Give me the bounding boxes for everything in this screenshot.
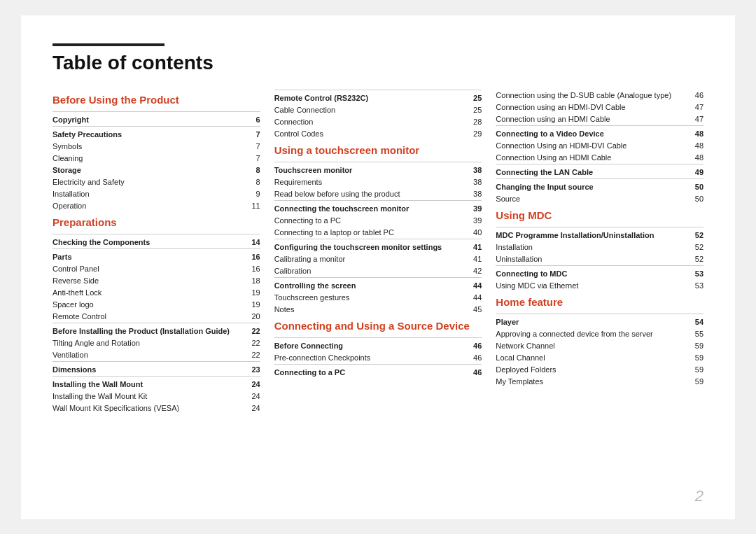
table-row: Storage8	[52, 164, 260, 176]
entry-page: 19	[246, 287, 260, 299]
section-heading: Home feature	[496, 296, 704, 308]
entry-page: 23	[246, 362, 260, 377]
table-row: Dimensions23	[52, 362, 260, 377]
entry-label: Ventilation	[52, 349, 246, 362]
table-row: Connecting to a laptop or tablet PC40	[274, 227, 482, 239]
col-1: Before Using the ProductCopyright6Safety…	[52, 90, 274, 498]
entry-label: Read below before using the product	[274, 188, 468, 201]
entry-page: 44	[468, 278, 482, 293]
entry-page: 41	[468, 239, 482, 253]
entry-page: 59	[690, 364, 704, 376]
entry-page: 7	[246, 153, 260, 164]
table-row: Touchscreen monitor38	[274, 162, 482, 176]
table-row: Remote Control20	[52, 311, 260, 323]
table-row: Connecting the LAN Cable49	[496, 164, 704, 178]
entry-label: Safety Precautions	[52, 126, 246, 141]
table-row: Connection using the D-SUB cable (Analog…	[496, 90, 704, 101]
toc-table: Connection using the D-SUB cable (Analog…	[496, 90, 704, 205]
entry-label: Notes	[274, 304, 468, 316]
toc-table: Player54Approving a connected device fro…	[496, 314, 704, 388]
table-row: Connection using an HDMI Cable47	[496, 113, 704, 126]
entry-label: Remote Control (RS232C)	[274, 90, 468, 104]
table-row: Before Connecting46	[274, 338, 482, 353]
entry-label: Wall Mount Kit Specifications (VESA)	[52, 402, 246, 414]
table-row: Connection Using an HDMI-DVI Cable48	[496, 140, 704, 152]
entry-label: Local Channel	[496, 352, 690, 364]
entry-label: Installation	[52, 188, 246, 200]
title-bar	[52, 43, 164, 46]
entry-page: 28	[468, 116, 482, 128]
table-row: Configuring the touchscreen monitor sett…	[274, 239, 482, 253]
entry-page: 48	[690, 152, 704, 164]
entry-label: Remote Control	[52, 311, 246, 323]
table-row: Calibration42	[274, 265, 482, 278]
page: Table of contents Before Using the Produ…	[21, 15, 735, 519]
entry-page: 22	[246, 337, 260, 349]
entry-label: Symbols	[52, 141, 246, 153]
entry-label: Cable Connection	[274, 104, 468, 116]
entry-label: Connection Using an HDMI-DVI Cable	[496, 140, 690, 152]
table-row: MDC Programme Installation/Uninstallatio…	[496, 227, 704, 241]
entry-page: 59	[690, 340, 704, 352]
table-row: Touchscreen gestures44	[274, 292, 482, 304]
table-row: Operation11	[52, 200, 260, 212]
entry-label: Changing the Input source	[496, 178, 690, 193]
entry-page: 19	[246, 299, 260, 311]
entry-page: 40	[468, 227, 482, 239]
entry-page: 46	[690, 90, 704, 101]
entry-label: Installing the Wall Mount Kit	[52, 391, 246, 402]
section-heading: Connecting and Using a Source Device	[274, 320, 482, 332]
toc-table: MDC Programme Installation/Uninstallatio…	[496, 227, 704, 292]
entry-page: 52	[690, 227, 704, 241]
entry-page: 46	[468, 338, 482, 353]
title-section: Table of contents	[52, 43, 704, 74]
entry-page: 38	[468, 162, 482, 176]
entry-page: 50	[690, 178, 704, 193]
entry-label: Connecting to a laptop or tablet PC	[274, 227, 468, 239]
table-row: Connecting to MDC53	[496, 266, 704, 281]
entry-page: 47	[690, 101, 704, 113]
table-row: Copyright6	[52, 111, 260, 126]
entry-label: Storage	[52, 164, 246, 176]
table-row: Installation9	[52, 188, 260, 200]
toc-table: Touchscreen monitor38Requirements38Read …	[274, 162, 482, 316]
entry-label: Installation	[496, 241, 690, 253]
toc-table: Checking the Components14Parts16Control …	[52, 234, 260, 415]
section-heading: Preparations	[52, 216, 260, 228]
entry-label: Using MDC via Ethernet	[496, 280, 690, 292]
table-row: Pre-connection Checkpoints46	[274, 352, 482, 365]
entry-label: Control Codes	[274, 128, 468, 140]
table-row: Electricity and Safety8	[52, 176, 260, 188]
table-row: My Templates59	[496, 376, 704, 388]
entry-page: 7	[246, 126, 260, 141]
entry-label: Tilting Angle and Rotation	[52, 337, 246, 349]
page-title: Table of contents	[52, 52, 704, 74]
entry-page: 49	[690, 164, 704, 178]
col-3: Connection using the D-SUB cable (Analog…	[496, 90, 704, 498]
table-row: Source50	[496, 193, 704, 205]
table-row: Parts16	[52, 248, 260, 263]
entry-label: Connection using an HDMI Cable	[496, 113, 690, 126]
table-row: Connecting to a Video Device48	[496, 125, 704, 140]
entry-label: Connecting to a Video Device	[496, 125, 690, 140]
entry-label: Before Connecting	[274, 338, 468, 353]
entry-label: My Templates	[496, 376, 690, 388]
entry-page: 59	[690, 376, 704, 388]
entry-page: 53	[690, 266, 704, 281]
table-row: Control Codes29	[274, 128, 482, 140]
table-row: Wall Mount Kit Specifications (VESA)24	[52, 402, 260, 414]
table-row: Cable Connection25	[274, 104, 482, 116]
entry-page: 52	[690, 241, 704, 253]
table-row: Changing the Input source50	[496, 178, 704, 193]
entry-page: 16	[246, 248, 260, 263]
entry-page: 29	[468, 128, 482, 140]
table-row: Connection using an HDMI-DVI Cable47	[496, 101, 704, 113]
entry-page: 53	[690, 280, 704, 292]
section-heading: Using a touchscreen monitor	[274, 144, 482, 156]
table-row: Connection Using an HDMI Cable48	[496, 152, 704, 164]
table-row: Network Channel59	[496, 340, 704, 352]
table-row: Notes45	[274, 304, 482, 316]
entry-label: Requirements	[274, 176, 468, 188]
entry-label: Connecting to a PC	[274, 215, 468, 227]
table-row: Connection28	[274, 116, 482, 128]
